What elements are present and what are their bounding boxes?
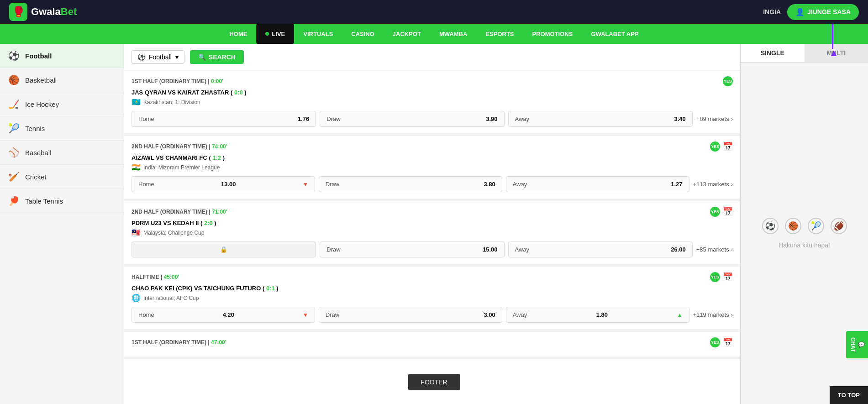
match-icons-1: YES [723, 76, 733, 86]
match-teams-1: JAS QYRAN VS KAIRAT ZHASTAR ( 0:0 ) [132, 89, 733, 96]
betslip-basketball-icon: 🏀 [785, 218, 801, 234]
match-time-3: 2ND HALF (ORDINARY TIME) | 71:00' [132, 209, 227, 215]
sidebar-item-cricket[interactable]: 🏏 Cricket [0, 165, 124, 189]
match-time-2: 2ND HALF (ORDINARY TIME) | 74:00' [132, 143, 227, 150]
match-icons-5: YES 📅 [710, 337, 733, 347]
odds-container-4: Home 4.20 ▼ Draw 3.00 Away 1.80 ▲ [132, 307, 689, 323]
down-arrow-4: ▼ [303, 312, 308, 318]
match-header-3: 2ND HALF (ORDINARY TIME) | 71:00' YES 📅 [132, 207, 733, 217]
sidebar: ⚽ Football 🏀 Basketball 🏒 Ice Hockey 🎾 T… [0, 44, 124, 404]
chevron-down-icon: ▾ [175, 53, 179, 61]
match-league-3: 🇲🇾 Malaysia; Challenge Cup [132, 228, 733, 237]
content-area: ⚽ Football 🏀 Basketball 🏒 Ice Hockey 🎾 T… [0, 44, 868, 404]
match-header-2: 2ND HALF (ORDINARY TIME) | 74:00' YES 📅 [132, 142, 733, 152]
calendar-icon-3: 📅 [723, 207, 733, 217]
cricket-icon: 🏏 [8, 171, 20, 182]
match-card-3: 2ND HALF (ORDINARY TIME) | 71:00' YES 📅 … [124, 201, 740, 267]
markets-link-3[interactable]: +85 markets › [696, 246, 733, 253]
empty-text: Hakuna kitu hapa! [779, 241, 830, 249]
flag-3: 🇲🇾 [132, 228, 141, 237]
odds-and-markets-4: Home 4.20 ▼ Draw 3.00 Away 1.80 ▲ [132, 307, 733, 323]
away-odds-btn-3[interactable]: Away 26.00 [508, 241, 693, 257]
person-icon: 👤 [795, 8, 805, 16]
sidebar-item-basketball[interactable]: 🏀 Basketball [0, 68, 124, 92]
nav-mwamba[interactable]: MWAMBA [430, 24, 476, 44]
ingia-button[interactable]: INGIA [763, 8, 781, 16]
match-icons-4: YES 📅 [710, 272, 733, 282]
sport-selector-icon: ⚽ [137, 53, 145, 61]
betslip-rugby-icon: 🏈 [831, 218, 847, 234]
football-icon: ⚽ [8, 50, 20, 61]
odds-and-markets-3: 🔒 Draw 15.00 Away 26.00 +85 markets › [132, 241, 733, 257]
basketball-icon: 🏀 [8, 74, 20, 85]
home-odds-btn-2[interactable]: Home 13.00 ▼ [132, 176, 315, 192]
nav-virtuals[interactable]: VIRTUALS [294, 24, 342, 44]
footer-button[interactable]: FOOTER [408, 374, 460, 390]
sidebar-item-ice-hockey[interactable]: 🏒 Ice Hockey [0, 92, 124, 116]
home-odds-btn-4[interactable]: Home 4.20 ▼ [132, 307, 315, 323]
away-odds-btn-1[interactable]: Away 3.40 [508, 111, 693, 127]
jiunge-button[interactable]: 👤 JIUNGE SASA [787, 4, 859, 20]
sidebar-item-baseball[interactable]: ⚾ Baseball [0, 141, 124, 165]
chat-button[interactable]: 💬 CHAT [846, 331, 868, 358]
match-icons-2: YES 📅 [710, 142, 733, 152]
down-arrow-2: ▼ [303, 181, 308, 188]
betslip-tennis-icon: 🎾 [808, 218, 824, 234]
bet-tabs: SINGLE MULTI [741, 44, 868, 63]
markets-link-4[interactable]: +119 markets › [693, 311, 733, 318]
live-dot [265, 32, 269, 36]
away-odds-btn-2[interactable]: Away 1.27 [506, 176, 689, 192]
markets-link-1[interactable]: +89 markets › [696, 115, 733, 122]
draw-odds-btn-4[interactable]: Draw 3.00 [319, 307, 502, 323]
up-arrow-4: ▲ [677, 312, 683, 318]
calendar-icon-5: 📅 [723, 337, 733, 347]
baseball-icon: ⚾ [8, 147, 20, 158]
main-navigation: HOME LIVE VIRTUALS CASINO JACKPOT MWAMBA… [0, 24, 868, 44]
yes-badge-5: YES [710, 337, 720, 347]
search-bar: ⚽ Football ▾ 🔍 SEARCH [124, 44, 740, 71]
tennis-icon: 🎾 [8, 123, 20, 134]
nav-live[interactable]: LIVE [256, 24, 294, 44]
sidebar-item-tennis[interactable]: 🎾 Tennis [0, 116, 124, 141]
sports-icons-row: ⚽ 🏀 🎾 🏈 [762, 218, 847, 234]
away-odds-btn-4[interactable]: Away 1.80 ▲ [506, 307, 689, 323]
match-teams-3: PDRM U23 VS KEDAH II ( 2:0 ) [132, 220, 733, 226]
match-card-2: 2ND HALF (ORDINARY TIME) | 74:00' YES 📅 … [124, 136, 740, 201]
lock-icon: 🔒 [220, 246, 227, 253]
draw-odds-btn-3[interactable]: Draw 15.00 [320, 241, 504, 257]
yes-badge-2: YES [710, 142, 720, 152]
sport-selector[interactable]: ⚽ Football ▾ [132, 50, 184, 64]
markets-link-2[interactable]: +113 markets › [693, 181, 733, 188]
nav-gwalabet-app[interactable]: GWALABET APP [582, 24, 647, 44]
sidebar-item-football[interactable]: ⚽ Football [0, 44, 124, 68]
logo-text: GwalaBet [31, 6, 77, 18]
betslip-football-icon: ⚽ [762, 218, 779, 234]
home-odds-btn-1[interactable]: Home 1.76 [132, 111, 316, 127]
sidebar-item-table-tennis[interactable]: 🏓 Table Tennis [0, 189, 124, 213]
multi-tab[interactable]: MULTI [805, 44, 868, 62]
calendar-icon-4: 📅 [723, 272, 733, 282]
nav-jackpot[interactable]: JACKPOT [384, 24, 430, 44]
draw-odds-btn-2[interactable]: Draw 3.80 [319, 176, 502, 192]
nav-casino[interactable]: CASINO [342, 24, 384, 44]
draw-odds-btn-1[interactable]: Draw 3.90 [320, 111, 504, 127]
match-header-1: 1ST HALF (ORDINARY TIME) | 0:00' YES [132, 76, 733, 86]
chat-icon: 💬 [858, 341, 864, 348]
logo-icon: 🥊 [9, 3, 27, 21]
flag-1: 🇰🇿 [132, 98, 141, 106]
nav-home[interactable]: HOME [220, 24, 256, 44]
to-top-button[interactable]: TO TOP [830, 386, 868, 404]
nav-promotions[interactable]: PROMOTIONS [523, 24, 582, 44]
search-button[interactable]: 🔍 SEARCH [190, 50, 244, 64]
ice-hockey-icon: 🏒 [8, 99, 20, 110]
odds-container-3: 🔒 Draw 15.00 Away 26.00 [132, 241, 693, 257]
match-time-4: HALFTIME | 45:00' [132, 274, 179, 280]
match-card-1: 1ST HALF (ORDINARY TIME) | 0:00' YES JAS… [124, 71, 740, 136]
nav-esports[interactable]: ESPORTS [476, 24, 523, 44]
home-odds-btn-3-locked[interactable]: 🔒 [132, 241, 316, 257]
search-icon: 🔍 [198, 53, 206, 61]
logo[interactable]: 🥊 GwalaBet [9, 3, 77, 21]
yes-badge-3: YES [710, 207, 720, 217]
match-time-5: 1ST HALF (ORDINARY TIME) | 47:00' [132, 339, 226, 346]
single-tab[interactable]: SINGLE [741, 44, 805, 62]
